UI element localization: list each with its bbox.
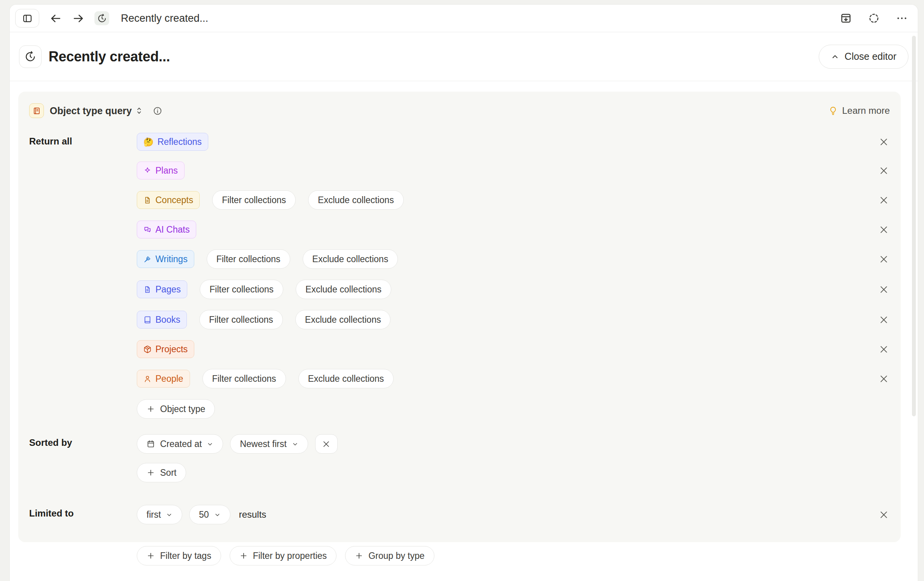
topbar: Recently created... <box>10 5 918 32</box>
query-type-icon-box <box>29 103 44 118</box>
filter-by-properties-button[interactable]: Filter by properties <box>230 546 336 565</box>
object-type-row-projects: Projects <box>137 340 890 358</box>
remove-row-button[interactable] <box>877 283 890 296</box>
object-type-chip-writings[interactable]: Writings <box>137 250 194 268</box>
add-sort-label: Sort <box>160 468 176 478</box>
exclude-collections-button[interactable]: Exclude collections <box>298 369 394 388</box>
history-clock-icon <box>97 14 107 23</box>
filter-collections-button[interactable]: Filter collections <box>207 249 290 269</box>
calendar-icon <box>146 440 155 448</box>
remove-row-button[interactable] <box>877 194 890 206</box>
learn-more-link[interactable]: Learn more <box>828 105 890 116</box>
sort-order-dropdown[interactable]: Newest first <box>230 434 308 454</box>
add-sort-button[interactable]: Sort <box>137 463 186 482</box>
limited-to-section: Limited to first 50 results <box>29 505 890 524</box>
sorted-by-label: Sorted by <box>29 434 137 448</box>
close-editor-label: Close editor <box>845 51 896 62</box>
object-type-row-plans: Plans <box>137 162 890 179</box>
remove-row-button[interactable] <box>877 343 890 355</box>
page-header: Recently created... Close editor <box>10 32 918 81</box>
plus-icon <box>146 468 155 477</box>
sort-field-dropdown[interactable]: Created at <box>137 434 223 454</box>
dashed-circle-icon <box>868 12 880 24</box>
object-type-chip-concepts[interactable]: Concepts <box>137 191 200 209</box>
query-info-button[interactable] <box>153 106 162 116</box>
notebook-icon <box>33 107 41 115</box>
back-button[interactable] <box>49 12 62 24</box>
group-by-type-button[interactable]: Group by type <box>345 546 434 565</box>
exclude-collections-button[interactable]: Exclude collections <box>308 190 404 210</box>
footer-buttons-row: Filter by tags Filter by properties Grou… <box>137 546 890 565</box>
remove-row-button[interactable] <box>877 136 890 148</box>
person-icon <box>143 375 152 383</box>
group-by-type-label: Group by type <box>368 551 424 561</box>
query-type-selector[interactable] <box>135 106 143 115</box>
chip-label: Concepts <box>155 195 193 205</box>
limit-mode-value: first <box>146 510 161 520</box>
chevron-down-icon <box>214 511 221 518</box>
more-options-button[interactable] <box>896 12 908 24</box>
object-type-chip-pages[interactable]: Pages <box>137 280 187 298</box>
arrow-left-icon <box>50 12 62 24</box>
chip-label: Writings <box>155 254 188 264</box>
document-icon <box>143 196 152 204</box>
remove-row-button[interactable] <box>877 164 890 177</box>
exclude-collections-button[interactable]: Exclude collections <box>296 280 391 299</box>
close-icon <box>879 195 889 205</box>
object-type-chip-reflections[interactable]: 🤔 Reflections <box>137 133 208 151</box>
chevron-down-icon <box>166 511 173 518</box>
forward-button[interactable] <box>72 12 84 24</box>
chip-label: Books <box>155 315 180 325</box>
object-type-chip-ai-chats[interactable]: AI Chats <box>137 221 196 238</box>
filter-by-properties-label: Filter by properties <box>253 551 327 561</box>
query-footer-section: Filter by tags Filter by properties Grou… <box>29 546 890 565</box>
sidebar-toggle-button[interactable] <box>15 9 39 28</box>
filter-collections-button[interactable]: Filter collections <box>199 310 283 329</box>
remove-row-button[interactable] <box>877 372 890 385</box>
save-to-collection-button[interactable] <box>840 12 852 24</box>
close-editor-button[interactable]: Close editor <box>819 45 908 69</box>
arrow-right-icon <box>72 12 84 24</box>
package-box-icon <box>143 345 152 353</box>
pen-nib-icon <box>143 255 152 263</box>
document-icon <box>143 285 152 294</box>
add-sort-row: Sort <box>137 463 890 482</box>
remove-sort-button[interactable] <box>315 434 338 454</box>
close-icon <box>879 224 889 235</box>
close-icon <box>879 254 889 264</box>
filter-by-tags-button[interactable]: Filter by tags <box>137 546 221 565</box>
filter-collections-button[interactable]: Filter collections <box>200 280 283 299</box>
sort-rule-row: Created at Newest first <box>137 434 890 454</box>
add-object-type-button[interactable]: Object type <box>137 399 215 419</box>
learn-more-label: Learn more <box>842 105 890 116</box>
sort-order-value: Newest first <box>240 439 286 449</box>
exclude-collections-button[interactable]: Exclude collections <box>303 249 398 269</box>
remove-row-button[interactable] <box>877 223 890 236</box>
limit-count-dropdown[interactable]: 50 <box>189 505 230 524</box>
filter-collections-button[interactable]: Filter collections <box>202 369 286 388</box>
vertical-scrollbar[interactable] <box>912 36 916 416</box>
close-icon <box>879 137 889 147</box>
sort-field-value: Created at <box>160 439 202 449</box>
object-type-chip-people[interactable]: People <box>137 370 190 388</box>
object-type-row-reflections: 🤔 Reflections <box>137 133 890 151</box>
results-suffix: results <box>239 509 267 520</box>
exclude-collections-button[interactable]: Exclude collections <box>295 310 391 329</box>
object-type-chip-projects[interactable]: Projects <box>137 340 194 358</box>
remove-row-button[interactable] <box>877 253 890 265</box>
object-type-chip-plans[interactable]: Plans <box>137 162 185 179</box>
object-type-chip-books[interactable]: Books <box>137 311 187 329</box>
filter-collections-button[interactable]: Filter collections <box>212 190 296 210</box>
page-icon-box[interactable] <box>19 45 42 68</box>
remove-row-button[interactable] <box>877 313 890 326</box>
remove-limit-button[interactable] <box>877 508 890 521</box>
chip-label: Reflections <box>157 137 202 147</box>
lightbulb-icon <box>828 106 838 115</box>
sync-status-button[interactable] <box>868 12 880 24</box>
return-all-label: Return all <box>29 133 137 147</box>
object-type-row-pages: Pages Filter collections Exclude collect… <box>137 280 890 299</box>
object-type-row-people: People Filter collections Exclude collec… <box>137 369 890 388</box>
limit-mode-dropdown[interactable]: first <box>137 505 182 524</box>
page-title: Recently created... <box>49 49 170 65</box>
footer-spacer <box>29 546 137 549</box>
